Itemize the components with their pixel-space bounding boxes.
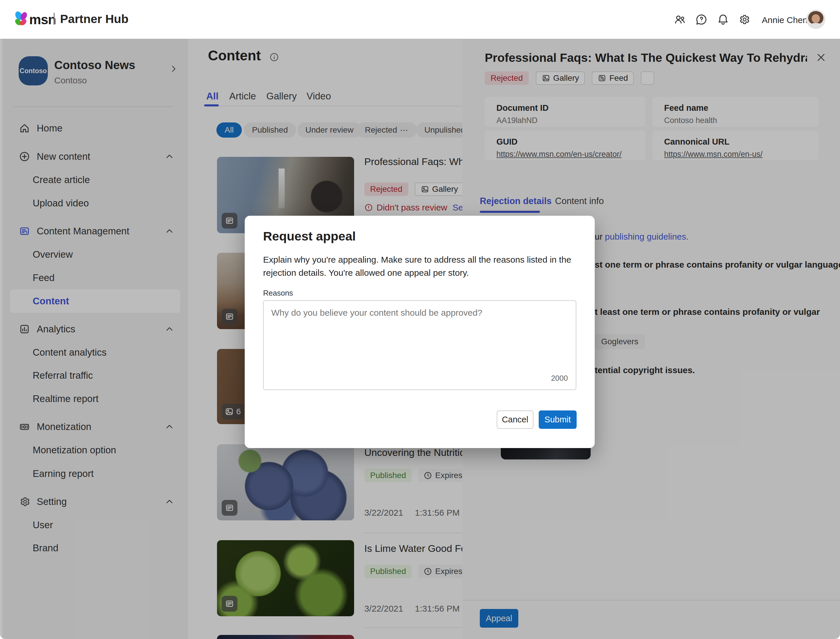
reasons-label: Reasons [263, 289, 293, 298]
msn-butterfly-logo-icon [13, 11, 30, 27]
avatar-face [812, 14, 820, 23]
cancel-button[interactable]: Cancel [497, 410, 534, 429]
char-counter: 2000 [551, 374, 568, 383]
reasons-input[interactable] [263, 300, 576, 390]
settings-icon[interactable] [738, 13, 750, 25]
dialog-description: Explain why you're appealing. Make sure … [263, 253, 573, 279]
partner-hub-app: msn | Partner Hub Annie Chen Contoso Con… [0, 0, 840, 639]
avatar-shirt [808, 23, 823, 29]
user-name[interactable]: Annie Chen [762, 15, 808, 25]
dialog-title: Request appeal [263, 229, 356, 243]
user-avatar[interactable] [806, 10, 826, 29]
brand-separator: | [53, 11, 56, 25]
brand-product-title: Partner Hub [60, 12, 129, 26]
brand-msn: msn [29, 12, 56, 27]
contacts-icon[interactable] [674, 13, 686, 25]
submit-button[interactable]: Submit [539, 410, 577, 429]
top-bar: msn | Partner Hub Annie Chen [0, 0, 840, 39]
help-icon[interactable] [695, 13, 708, 25]
request-appeal-dialog: Request appeal Explain why you're appeal… [245, 216, 595, 448]
notifications-icon[interactable] [717, 13, 729, 25]
